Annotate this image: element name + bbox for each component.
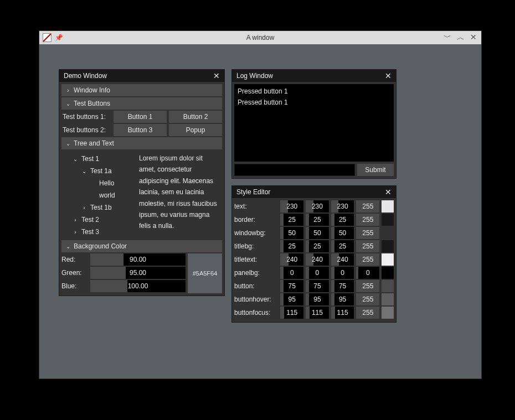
style-number-input[interactable]: 240 xyxy=(306,253,329,266)
style-number-input[interactable]: 95 xyxy=(331,293,354,305)
style-row-label: text: xyxy=(234,203,278,210)
style-number-input[interactable]: 95 xyxy=(306,293,329,305)
style-number-input[interactable]: 230 xyxy=(306,200,329,212)
tree-item-test1[interactable]: ⌄Test 1 xyxy=(63,153,138,165)
style-number-input[interactable]: 0 xyxy=(331,267,354,279)
app-window: 📌 A window ﹀ ︿ ✕ Demo Window ✕ › Window … xyxy=(39,30,482,379)
style-number-input[interactable]: 255 xyxy=(356,307,379,319)
tree-item-world[interactable]: world xyxy=(63,189,138,201)
style-number-input[interactable]: 255 xyxy=(356,240,379,252)
color-swatch xyxy=(382,280,394,292)
minimize-icon[interactable]: ﹀ xyxy=(444,33,451,43)
style-number-input[interactable]: 95 xyxy=(280,293,303,305)
log-input[interactable] xyxy=(234,164,355,176)
style-editor-window: Style Editor ✕ text:230230230255border:2… xyxy=(231,185,396,323)
style-row: button:757575255 xyxy=(234,280,394,292)
style-number-input[interactable]: 25 xyxy=(331,240,354,252)
green-slider[interactable]: 95.00 xyxy=(90,267,186,279)
maximize-icon[interactable]: ︿ xyxy=(457,33,465,43)
style-row: buttonhover:959595255 xyxy=(234,293,394,305)
style-row: text:230230230255 xyxy=(234,200,394,212)
section-tree-and-text[interactable]: ⌄ Tree and Text xyxy=(61,137,222,149)
color-swatch xyxy=(382,307,394,319)
log-window-title: Log Window xyxy=(236,72,273,80)
style-number-input[interactable]: 25 xyxy=(280,240,303,252)
style-number-input[interactable]: 255 xyxy=(356,293,379,305)
style-number-input[interactable]: 25 xyxy=(306,240,329,252)
tree-item-test1a[interactable]: ⌄Test 1a xyxy=(63,165,138,177)
log-window-titlebar[interactable]: Log Window ✕ xyxy=(232,70,396,82)
demo-window: Demo Window ✕ › Window Info ⌄ Test Butto… xyxy=(59,69,225,296)
green-label: Green: xyxy=(61,269,88,277)
style-number-input[interactable]: 255 xyxy=(356,200,379,212)
section-background-color[interactable]: ⌄ Background Color xyxy=(61,240,222,252)
style-number-input[interactable]: 0 xyxy=(306,267,329,279)
style-number-input[interactable]: 115 xyxy=(331,307,354,319)
style-number-input[interactable]: 240 xyxy=(280,253,303,266)
test-buttons-1-label: Test buttons 1: xyxy=(61,113,111,121)
close-icon[interactable]: ✕ xyxy=(470,33,477,43)
demo-window-titlebar[interactable]: Demo Window ✕ xyxy=(59,70,224,82)
style-number-input[interactable]: 50 xyxy=(280,227,303,239)
style-number-input[interactable]: 0 xyxy=(356,267,379,279)
style-number-input[interactable]: 255 xyxy=(356,280,379,292)
style-row-label: border: xyxy=(234,216,278,224)
style-number-input[interactable]: 75 xyxy=(331,280,354,292)
tree-item-hello[interactable]: Hello xyxy=(63,177,138,189)
color-swatch xyxy=(382,214,394,226)
lorem-text: Lorem ipsum dolor sit amet, consectetur … xyxy=(139,151,222,240)
style-number-input[interactable]: 230 xyxy=(331,200,354,212)
tree-item-test3[interactable]: ›Test 3 xyxy=(63,226,138,238)
button-2[interactable]: Button 2 xyxy=(169,111,222,123)
close-icon[interactable]: ✕ xyxy=(385,71,392,80)
app-icon xyxy=(43,33,51,42)
chevron-right-icon: › xyxy=(65,87,71,94)
red-slider[interactable]: 90.00 xyxy=(90,253,186,266)
style-number-input[interactable]: 25 xyxy=(331,214,354,226)
submit-button[interactable]: Submit xyxy=(357,164,394,176)
chevron-right-icon: › xyxy=(71,229,79,235)
style-row-label: button: xyxy=(234,282,278,290)
style-number-input[interactable]: 115 xyxy=(306,307,329,319)
style-number-input[interactable]: 255 xyxy=(356,227,379,239)
os-titlebar[interactable]: 📌 A window ﹀ ︿ ✕ xyxy=(39,31,481,44)
section-window-info[interactable]: › Window Info xyxy=(61,84,222,96)
button-1[interactable]: Button 1 xyxy=(114,111,167,123)
style-number-input[interactable]: 115 xyxy=(280,307,303,319)
close-icon[interactable]: ✕ xyxy=(385,188,392,196)
pin-icon[interactable]: 📌 xyxy=(55,34,63,42)
green-value: 95.00 xyxy=(90,267,186,279)
style-number-input[interactable]: 230 xyxy=(280,200,303,212)
button-3[interactable]: Button 3 xyxy=(114,124,167,136)
color-swatch xyxy=(382,253,394,266)
style-number-input[interactable]: 25 xyxy=(280,214,303,226)
tree-item-test2[interactable]: ›Test 2 xyxy=(63,214,138,226)
log-window: Log Window ✕ Pressed button 1Pressed but… xyxy=(231,69,396,179)
section-test-buttons[interactable]: ⌄ Test Buttons xyxy=(61,97,222,110)
style-row-label: buttonfocus: xyxy=(234,309,278,317)
style-number-input[interactable]: 50 xyxy=(306,227,329,239)
style-number-input[interactable]: 240 xyxy=(331,253,354,266)
style-number-input[interactable]: 25 xyxy=(306,214,329,226)
style-number-input[interactable]: 50 xyxy=(331,227,354,239)
style-number-input[interactable]: 0 xyxy=(280,267,303,279)
close-icon[interactable]: ✕ xyxy=(213,71,220,80)
tree-item-test1b[interactable]: ›Test 1b xyxy=(63,201,138,214)
popup-button[interactable]: Popup xyxy=(169,124,222,136)
style-row: border:252525255 xyxy=(234,214,394,226)
color-swatch xyxy=(382,293,394,305)
style-number-input[interactable]: 255 xyxy=(356,214,379,226)
color-swatch: #5A5F64 xyxy=(188,253,222,293)
blue-slider[interactable]: 100.00 xyxy=(90,280,186,292)
style-row: titlebg:252525255 xyxy=(234,240,394,252)
style-number-input[interactable]: 255 xyxy=(356,253,379,266)
red-label: Red: xyxy=(61,256,88,263)
style-number-input[interactable]: 75 xyxy=(306,280,329,292)
color-swatch xyxy=(382,200,394,212)
style-number-input[interactable]: 75 xyxy=(280,280,303,292)
red-value: 90.00 xyxy=(90,253,186,266)
style-editor-titlebar[interactable]: Style Editor ✕ xyxy=(232,186,396,198)
section-label: Tree and Text xyxy=(74,139,114,147)
style-row-label: panelbg: xyxy=(234,269,278,277)
chevron-down-icon: ⌄ xyxy=(71,156,79,162)
